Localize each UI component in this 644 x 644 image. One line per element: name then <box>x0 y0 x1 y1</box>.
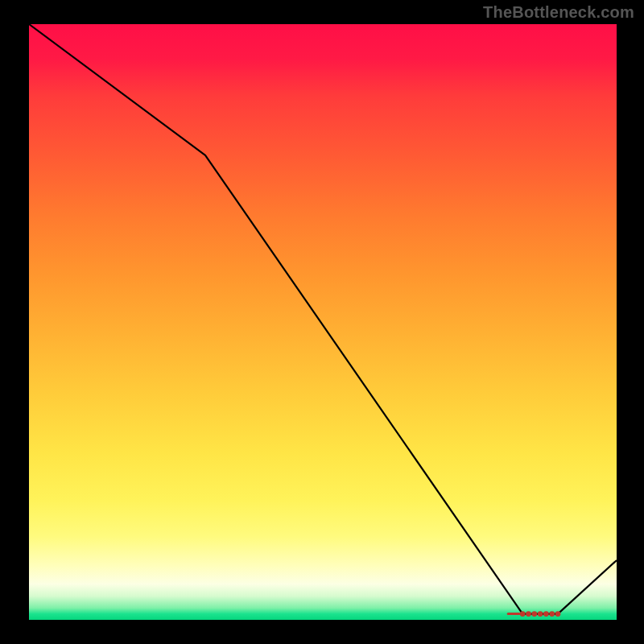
chart-frame: TheBottleneck.com <box>0 0 644 644</box>
optimum-marker <box>531 611 537 617</box>
performance-curve <box>29 24 617 614</box>
optimum-marker <box>555 611 561 617</box>
optimum-marker <box>526 611 531 617</box>
optimum-markers <box>508 611 560 617</box>
plot-area <box>29 24 617 620</box>
optimum-marker <box>538 611 543 617</box>
attribution-label: TheBottleneck.com <box>483 3 634 22</box>
bottleneck-line-chart <box>29 24 617 620</box>
optimum-marker <box>549 611 555 617</box>
optimum-marker <box>543 611 549 617</box>
optimum-marker <box>520 611 526 617</box>
